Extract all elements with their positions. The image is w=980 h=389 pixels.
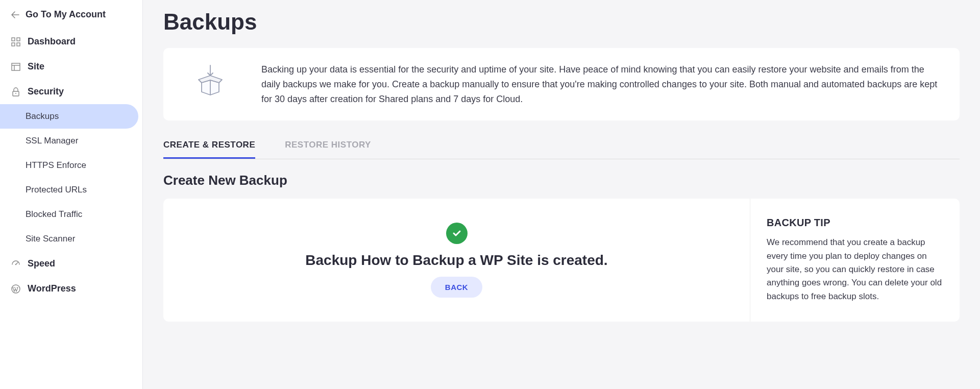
tabs: CREATE & RESTORE RESTORE HISTORY	[163, 133, 960, 159]
backup-tip-panel: BACKUP TIP We recommend that you create …	[750, 199, 960, 322]
section-title: Create New Backup	[163, 173, 960, 188]
sidebar-sub-protected-urls[interactable]: Protected URLs	[0, 178, 142, 202]
sidebar-item-site[interactable]: Site	[0, 54, 142, 79]
sidebar-item-label: Security	[28, 86, 64, 97]
sidebar-item-label: Speed	[28, 258, 55, 269]
tip-text: We recommend that you create a backup ev…	[767, 236, 943, 303]
success-message: Backup How to Backup a WP Site is create…	[305, 252, 607, 269]
sidebar-sub-label: Blocked Traffic	[26, 209, 82, 220]
sidebar-sub-https-enforce[interactable]: HTTPS Enforce	[0, 153, 142, 178]
svg-rect-4	[12, 63, 20, 70]
site-icon	[11, 62, 20, 71]
sidebar-item-security[interactable]: Security	[0, 79, 142, 104]
svg-rect-0	[12, 38, 15, 41]
box-icon	[180, 62, 241, 98]
sidebar-sub-ssl-manager[interactable]: SSL Manager	[0, 129, 142, 153]
lock-icon	[11, 87, 20, 96]
sidebar-sub-site-scanner[interactable]: Site Scanner	[0, 227, 142, 251]
svg-point-9	[15, 263, 16, 264]
sidebar-sub-backups[interactable]: Backups	[0, 104, 138, 129]
main-content: Backups Backing up your data is essentia…	[143, 0, 980, 389]
sidebar-sub-label: HTTPS Enforce	[26, 160, 86, 171]
sidebar-sub-label: SSL Manager	[26, 136, 78, 146]
sidebar: Go To My Account Dashboard Site Security…	[0, 0, 143, 389]
sidebar-item-label: Dashboard	[28, 36, 76, 47]
dashboard-icon	[11, 37, 20, 46]
back-button[interactable]: BACK	[431, 277, 482, 298]
sidebar-item-speed[interactable]: Speed	[0, 251, 142, 276]
svg-rect-3	[17, 43, 20, 46]
wordpress-icon	[11, 284, 20, 294]
sidebar-sub-label: Protected URLs	[26, 185, 87, 195]
sidebar-item-wordpress[interactable]: WordPress	[0, 276, 142, 301]
arrow-left-icon	[11, 11, 19, 18]
go-to-account-label: Go To My Account	[26, 9, 106, 20]
sidebar-item-label: WordPress	[28, 283, 76, 294]
page-title: Backups	[163, 9, 960, 35]
speed-icon	[11, 259, 20, 269]
tab-create-restore[interactable]: CREATE & RESTORE	[163, 133, 255, 159]
tip-title: BACKUP TIP	[767, 217, 943, 229]
check-circle-icon	[446, 223, 468, 244]
sidebar-item-label: Site	[28, 61, 44, 72]
create-backup-panel: Backup How to Backup a WP Site is create…	[163, 199, 960, 322]
tab-restore-history[interactable]: RESTORE HISTORY	[285, 133, 371, 159]
sidebar-item-dashboard[interactable]: Dashboard	[0, 29, 142, 54]
svg-point-8	[15, 93, 16, 94]
success-panel: Backup How to Backup a WP Site is create…	[163, 199, 750, 322]
intro-card: Backing up your data is essential for th…	[163, 48, 960, 120]
go-to-account-link[interactable]: Go To My Account	[0, 9, 142, 29]
svg-point-10	[12, 285, 20, 293]
sidebar-sub-label: Site Scanner	[26, 234, 75, 244]
intro-text: Backing up your data is essential for th…	[261, 62, 943, 106]
sidebar-sub-label: Backups	[26, 111, 59, 121]
svg-rect-1	[17, 38, 20, 41]
svg-rect-2	[12, 43, 15, 46]
sidebar-sub-blocked-traffic[interactable]: Blocked Traffic	[0, 202, 142, 227]
